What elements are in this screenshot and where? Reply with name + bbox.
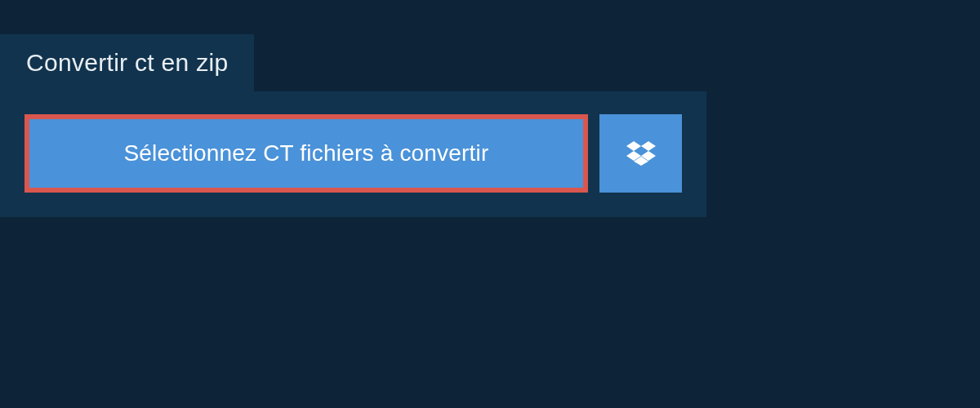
select-files-button[interactable]: Sélectionnez CT fichiers à convertir xyxy=(24,114,588,193)
button-row: Sélectionnez CT fichiers à convertir xyxy=(24,114,682,193)
converter-panel: Sélectionnez CT fichiers à convertir xyxy=(0,91,706,217)
tab-title: Convertir ct en zip xyxy=(26,49,228,76)
tab-bar: Convertir ct en zip xyxy=(0,0,980,91)
tab-convert[interactable]: Convertir ct en zip xyxy=(0,34,254,91)
dropbox-button[interactable] xyxy=(599,114,682,193)
dropbox-icon xyxy=(626,139,656,168)
select-files-label: Sélectionnez CT fichiers à convertir xyxy=(123,140,488,166)
